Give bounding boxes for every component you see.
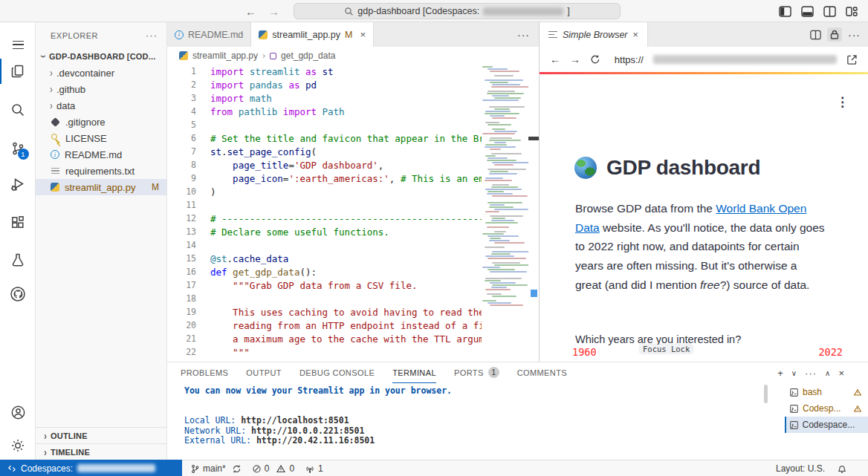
toggle-panel-icon[interactable] xyxy=(801,6,814,17)
branch-icon xyxy=(190,464,200,474)
warnings-icon xyxy=(276,464,286,474)
customize-layout-icon[interactable] xyxy=(846,6,858,17)
reload-icon[interactable] xyxy=(590,54,600,65)
problems-indicator[interactable]: 0 0 xyxy=(252,463,294,474)
terminal-session-bash[interactable]: bash xyxy=(785,384,868,400)
account-icon[interactable] xyxy=(0,399,36,426)
tree-item-streamlit-app-py[interactable]: streamlit_app.pyM xyxy=(36,179,166,195)
redacted-codespace-name xyxy=(77,464,155,472)
breadcrumb-file[interactable]: streamlit_app.py xyxy=(192,50,258,61)
browser-forward-icon[interactable]: → xyxy=(570,53,580,65)
git-icon xyxy=(51,117,60,127)
ports-count-badge: 1 xyxy=(488,367,499,378)
panel-tab-terminal[interactable]: TERMINAL xyxy=(392,362,436,383)
breadcrumb-symbol[interactable]: get_gdp_data xyxy=(281,50,335,61)
ports-indicator[interactable]: 1 xyxy=(305,463,323,474)
intro-paragraph: Browse GDP data from the World Bank Open… xyxy=(575,199,826,295)
terminal-dropdown-icon[interactable]: ∨ xyxy=(791,369,797,377)
testing-icon[interactable] xyxy=(0,247,36,273)
command-center-search[interactable]: gdp-dashboard [Codespaces: ] xyxy=(294,3,621,19)
editor-more-actions-icon[interactable]: ··· xyxy=(517,22,530,47)
terminal-icon xyxy=(789,388,799,397)
panel-tab-debug-console[interactable]: DEBUG CONSOLE xyxy=(299,362,375,383)
minimap[interactable] xyxy=(482,66,528,311)
redacted-url xyxy=(653,55,837,64)
editor-group: iREADME.mdstreamlit_app.pyM×··· streamli… xyxy=(167,22,539,362)
terminal-actions: +∨···∧× xyxy=(777,362,844,383)
tree-item-requirements-txt[interactable]: requirements.txt xyxy=(36,163,166,179)
tree-item-data[interactable]: ›data xyxy=(36,97,166,114)
panel-tab-output[interactable]: OUTPUT xyxy=(246,362,282,383)
browser-toolbar: ← → https:// xyxy=(540,47,868,72)
close-icon[interactable]: × xyxy=(633,30,638,40)
github-icon[interactable] xyxy=(0,281,36,307)
new-terminal-icon[interactable]: + xyxy=(777,368,783,379)
terminal-output[interactable]: You can now view your Streamlit app in y… xyxy=(184,386,452,446)
menu-icon[interactable] xyxy=(0,31,36,58)
file-label: requirements.txt xyxy=(65,166,135,177)
tab-simple-browser[interactable]: Simple Browser × xyxy=(540,22,648,47)
tree-item-readme-md[interactable]: iREADME.md xyxy=(36,146,166,163)
terminal-session-list: bashCodesp...Codespace... xyxy=(785,384,868,433)
panel-tab-ports[interactable]: PORTS1 xyxy=(454,362,499,383)
file-tree: ›GDP-DASHBOARD [COD...›.devcontainer›.gi… xyxy=(36,48,166,195)
search-text: gdp-dashboard [Codespaces: xyxy=(357,6,479,16)
info-icon: i xyxy=(51,150,59,159)
toggle-sidebar-icon[interactable] xyxy=(779,6,791,17)
source-control-icon[interactable]: 1 xyxy=(0,135,36,162)
url-scheme[interactable]: https:// xyxy=(615,54,644,65)
tree-item--github[interactable]: ›.github xyxy=(36,81,166,97)
split-editor-icon[interactable] xyxy=(810,30,821,40)
split-editor-icon[interactable] xyxy=(823,6,836,17)
tree-item-license[interactable]: LICENSE xyxy=(36,130,166,146)
history-back-icon[interactable]: ← xyxy=(245,5,256,18)
errors-icon xyxy=(252,464,262,474)
close-panel-icon[interactable]: × xyxy=(838,368,844,379)
warning-icon xyxy=(853,405,862,413)
panel-tab-problems[interactable]: PROBLEMS xyxy=(181,362,228,383)
search-text-suffix: ] xyxy=(567,6,569,16)
terminal-session-codespace-[interactable]: Codespace... xyxy=(785,417,868,433)
tree-item--devcontainer[interactable]: ›.devcontainer xyxy=(36,65,166,81)
tree-item--gitignore[interactable]: .gitignore xyxy=(36,114,166,130)
remote-indicator[interactable]: Codespaces: xyxy=(0,460,182,476)
breadcrumb[interactable]: streamlit_app.py › get_gdp_data xyxy=(167,47,539,65)
tab-readme-md[interactable]: iREADME.md xyxy=(167,22,251,47)
slider-max-label: 2022 xyxy=(818,346,843,358)
section-outline[interactable]: ›OUTLINE xyxy=(36,427,166,443)
preview-icon xyxy=(548,31,557,38)
code-editor[interactable]: 1import streamlit as st2import pandas as… xyxy=(167,65,539,362)
history-forward-icon[interactable]: → xyxy=(268,5,279,18)
browser-more-actions-icon[interactable]: ··· xyxy=(848,29,861,41)
settings-gear-icon[interactable] xyxy=(0,432,36,459)
run-debug-icon[interactable] xyxy=(0,171,36,198)
license-icon xyxy=(51,134,60,143)
bell-icon[interactable] xyxy=(837,463,847,474)
search-icon[interactable] xyxy=(0,97,36,123)
branch-indicator[interactable]: main* xyxy=(190,463,242,474)
terminal-more-icon[interactable]: ··· xyxy=(805,368,817,379)
terminal-scrollbar[interactable] xyxy=(764,385,768,403)
tree-root-folder[interactable]: ›GDP-DASHBOARD [COD... xyxy=(36,48,166,65)
remote-icon xyxy=(7,464,16,473)
terminal-session-codesp-[interactable]: Codesp... xyxy=(785,400,868,417)
close-icon[interactable]: × xyxy=(360,29,366,40)
maximize-panel-icon[interactable]: ∧ xyxy=(825,369,830,377)
tab-streamlit-app-py[interactable]: streamlit_app.pyM× xyxy=(251,22,374,47)
browser-back-icon[interactable]: ← xyxy=(550,53,560,65)
panel-tab-comments[interactable]: COMMENTS xyxy=(517,362,567,383)
section-timeline[interactable]: ›TIMELINE xyxy=(36,443,166,460)
lock-toggle[interactable] xyxy=(827,27,842,42)
explorer-more-actions-icon[interactable]: ··· xyxy=(146,30,158,41)
sash-drag-handle[interactable] xyxy=(528,137,539,140)
python-file-icon xyxy=(179,51,188,60)
terminal-line: External URL: http://20.42.11.16:8501 xyxy=(184,436,452,446)
redacted-codespace-name xyxy=(483,7,563,16)
radio-tower-icon xyxy=(305,464,315,474)
layout-indicator[interactable]: Layout: U.S. xyxy=(776,463,825,474)
extensions-icon[interactable] xyxy=(0,209,36,236)
open-external-icon[interactable] xyxy=(846,54,858,65)
files-icon[interactable] xyxy=(0,58,36,85)
kebab-menu-icon[interactable]: ⋮ xyxy=(836,94,849,110)
browser-tab-bar: Simple Browser × ··· xyxy=(540,22,868,47)
